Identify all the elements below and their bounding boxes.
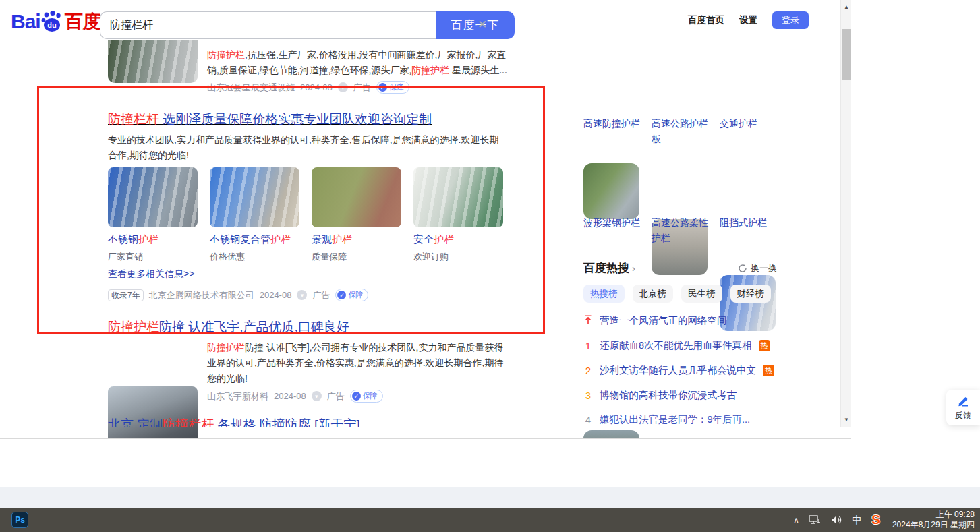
scroll-down-arrow[interactable]: ▼ [841, 417, 851, 423]
hot-item-4[interactable]: 4 嫌犯认出法官是老同学：9年后再... [583, 413, 777, 426]
network-icon[interactable] [809, 514, 821, 525]
hot-tabs: 热搜榜 北京榜 民生榜 财经榜 [583, 285, 777, 303]
hot-search-panel: 百度热搜 › 换一换 热搜榜 北京榜 民生榜 财经榜 营造一个风清气正的网络空间… [583, 260, 777, 439]
result4-title[interactable]: 北京 定制防撞栏杆 各规格 防撞防腐 [新干宁] [108, 416, 360, 427]
svg-text:du: du [47, 21, 56, 29]
dropdown-pin-icon[interactable]: ▾ [312, 391, 322, 401]
baidu-search-button[interactable]: 百度一下 [436, 11, 515, 39]
windows-taskbar: Ps ∧ 中 S 上午 09:28 2024年8月29日 星期四 [0, 508, 980, 532]
hot-item-5[interactable]: 5 运20歼10飞越金字塔 [583, 438, 777, 439]
nav-baidu-home[interactable]: 百度首页 [688, 14, 724, 26]
card2-subtitle: 价格优惠 [210, 251, 299, 263]
login-button[interactable]: 登录 [772, 11, 809, 29]
hot-item-1[interactable]: 1 还原献血8次不能优先用血事件真相 热 [583, 339, 777, 352]
indexed-years-badge: 收录7年 [108, 289, 144, 301]
hot-item-top[interactable]: 营造一个风清气正的网络空间 [583, 314, 777, 327]
refresh-icon [738, 264, 747, 273]
browser-scrollbar[interactable]: ▲ ▼ [840, 0, 851, 427]
pinned-up-arrow-icon [583, 315, 593, 326]
ad-label: 广告 [353, 82, 371, 94]
ad-label: 广告 [312, 289, 330, 301]
hot-badge: 热 [763, 365, 774, 376]
sidebar-image-4-label[interactable]: 波形梁钢护栏 [583, 215, 643, 231]
result1-source[interactable]: 山东冠县星晟交通设施 [207, 82, 295, 94]
dropdown-pin-icon[interactable]: ▾ [297, 290, 307, 300]
taskbar-clock[interactable]: 上午 09:28 2024年8月29日 星期四 [892, 510, 975, 530]
desktop-band [0, 487, 980, 508]
result3-source-row: 山东飞宇新材料 2024-08 ▾ 广告 ✓ 保障 [207, 390, 383, 403]
clock-date: 2024年8月29日 星期四 [892, 520, 975, 530]
sogou-input-icon[interactable]: S [871, 512, 880, 527]
tab-minsheng[interactable]: 民生榜 [681, 285, 722, 303]
sidebar-image-1-label[interactable]: 高速防撞护栏 [583, 116, 643, 131]
sidebar-image-1[interactable] [583, 163, 639, 219]
search-input[interactable] [100, 11, 436, 39]
system-tray: ∧ 中 S [793, 508, 880, 532]
card4-image[interactable] [413, 167, 503, 227]
card1-title: 不锈钢护栏 [108, 233, 198, 246]
shield-check-icon: ✓ [378, 83, 387, 92]
result1-keyword: 防撞护栏 [207, 49, 245, 60]
scroll-up-arrow[interactable]: ▲ [841, 4, 851, 10]
product-card[interactable]: 不锈钢护栏 厂家直销 [108, 167, 198, 263]
result3-keyword: 防撞护栏 [207, 342, 245, 353]
result1-thumbnail[interactable] [108, 38, 198, 83]
result1-description[interactable]: 防撞护栏,抗压强,生产厂家,价格没用,没有中间商赚差价,厂家报价,厂家直销,质量… [207, 47, 509, 78]
hot-item-3[interactable]: 3 博物馆的高科技带你沉浸式考古 [583, 389, 777, 402]
see-more-link[interactable]: 查看更多相关信息>> [108, 268, 194, 280]
card3-subtitle: 质量保障 [312, 251, 401, 263]
result3-description[interactable]: 防撞护栏防撞 认准[飞宇],公司拥有专业的技术团队,实力和产品质量获得业界的认可… [207, 340, 512, 386]
baidu-logo-text: Bai [11, 10, 40, 33]
shield-check-icon: ✓ [352, 392, 361, 401]
baidu-logo[interactable]: Bai du 百度 [11, 9, 101, 34]
rank-number: 3 [583, 390, 593, 401]
refresh-button[interactable]: 换一换 [738, 262, 777, 274]
hot-search-title[interactable]: 百度热搜 [583, 260, 629, 276]
card3-image[interactable] [312, 167, 401, 227]
browser-viewport: Bai du 百度 ✕ 百度一下 百度首页 设置 登录 防撞护栏,抗压强,生产厂… [0, 0, 851, 439]
nav-settings[interactable]: 设置 [739, 14, 757, 26]
search-divider [502, 17, 502, 34]
sidebar-image-5-label[interactable]: 高速公路柔性护栏 [652, 215, 711, 246]
baozhang-badge[interactable]: ✓ 保障 [335, 289, 368, 301]
result3-thumbnail[interactable] [108, 386, 198, 439]
result2-card-grid: 不锈钢护栏 厂家直销 不锈钢复合管护栏 价格优惠 景观护栏 质量保障 安全护栏 … [108, 167, 503, 263]
product-card[interactable]: 不锈钢复合管护栏 价格优惠 [210, 167, 299, 263]
result1-date: 2024-08 [300, 82, 333, 92]
photoshop-taskbar-icon[interactable]: Ps [11, 512, 28, 528]
card1-subtitle: 厂家直销 [108, 251, 198, 263]
sidebar-image-3-label[interactable]: 交通护栏 [720, 116, 779, 131]
product-card[interactable]: 景观护栏 质量保障 [312, 167, 401, 263]
search-header: Bai du 百度 ✕ 百度一下 百度首页 设置 登录 [0, 0, 840, 40]
ime-indicator[interactable]: 中 [852, 514, 862, 527]
result3-source[interactable]: 山东飞宇新材料 [207, 390, 268, 403]
dropdown-pin-icon[interactable]: ▾ [338, 82, 348, 92]
scrollbar-thumb[interactable] [842, 29, 851, 80]
card1-image[interactable] [108, 167, 198, 227]
result2-title[interactable]: 防撞栏杆 选刚泽质量保障价格实惠专业团队欢迎咨询定制 [108, 111, 432, 128]
feedback-button[interactable]: 反馈 [946, 390, 980, 425]
pencil-icon [956, 394, 970, 408]
result2-date: 2024-08 [260, 290, 292, 300]
result3-title[interactable]: 防撞护栏防撞 认准飞宇,产品优质,口碑良好 [108, 318, 349, 336]
sidebar-image-6-label[interactable]: 阻挡式护栏 [720, 215, 779, 231]
hot-item-2[interactable]: 2 沙利文访华随行人员几乎都会说中文 热 [583, 364, 777, 377]
card4-title: 安全护栏 [413, 233, 503, 246]
card2-title: 不锈钢复合管护栏 [210, 233, 299, 246]
shield-check-icon: ✓ [337, 291, 346, 299]
card2-image[interactable] [210, 167, 299, 227]
tab-caijing[interactable]: 财经榜 [730, 285, 772, 303]
speaker-icon[interactable] [830, 514, 842, 525]
sidebar-image-2-label[interactable]: 高速公路护栏板 [652, 116, 711, 147]
clear-search-icon[interactable]: ✕ [478, 18, 487, 32]
result2-source[interactable]: 北京企腾网络技术有限公司 [149, 289, 254, 301]
tab-beijing[interactable]: 北京榜 [633, 285, 674, 303]
result1-keyword2: 防撞护栏 [411, 65, 449, 76]
rank-number: 1 [583, 340, 593, 351]
rank-number: 5 [583, 438, 593, 439]
tab-hot[interactable]: 热搜榜 [583, 285, 625, 303]
product-card[interactable]: 安全护栏 欢迎订购 [413, 167, 503, 263]
baozhang-badge[interactable]: ✓ 保障 [376, 81, 409, 94]
baozhang-badge[interactable]: ✓ 保障 [350, 390, 383, 403]
tray-expand-chevron-icon[interactable]: ∧ [793, 515, 800, 525]
